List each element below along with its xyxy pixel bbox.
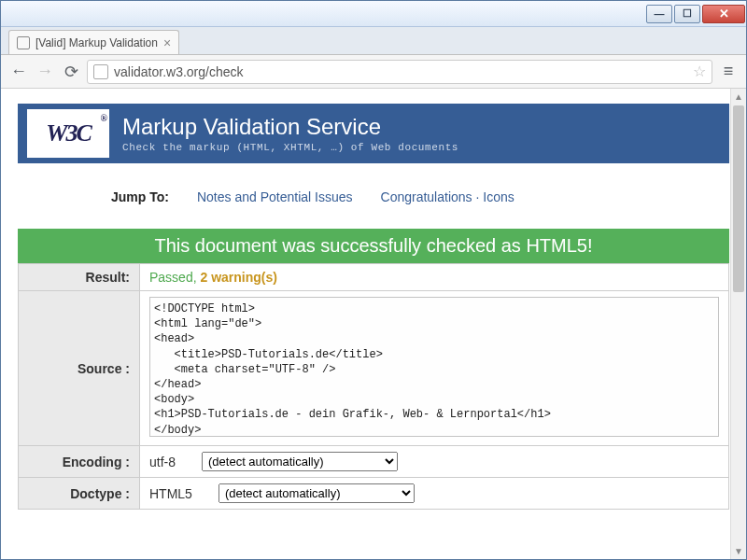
maximize-button[interactable]: ☐ (674, 5, 700, 23)
browser-tab[interactable]: [Valid] Markup Validation × (8, 30, 179, 54)
site-icon (93, 64, 108, 79)
scroll-up-icon[interactable]: ▲ (731, 89, 746, 105)
address-bar[interactable]: validator.w3.org/check ☆ (87, 60, 712, 84)
scroll-thumb[interactable] (733, 105, 744, 292)
jump-to-nav: Jump To: Notes and Potential Issues Cong… (18, 163, 729, 229)
result-row: Result: Passed, 2 warning(s) (19, 264, 729, 291)
source-textarea[interactable] (149, 297, 719, 437)
forward-button[interactable]: → (35, 62, 55, 82)
encoding-value: utf-8 (149, 455, 176, 469)
reload-button[interactable]: ⟳ (61, 62, 81, 82)
bookmark-icon[interactable]: ☆ (693, 63, 706, 80)
encoding-label: Encoding : (19, 446, 140, 478)
service-title: Markup Validation Service (122, 114, 458, 140)
source-row: Source : (19, 291, 729, 446)
doctype-select[interactable]: (detect automatically) (218, 483, 415, 503)
tab-title: [Valid] Markup Validation (35, 36, 158, 49)
source-label: Source : (19, 291, 140, 446)
encoding-select[interactable]: (detect automatically) (202, 452, 398, 471)
results-table: Result: Passed, 2 warning(s) Source : En… (18, 263, 729, 510)
doctype-label: Doctype : (19, 478, 140, 510)
result-label: Result: (19, 264, 140, 291)
back-button[interactable]: ← (8, 62, 29, 82)
jump-link-congrats[interactable]: Congratulations (381, 189, 472, 204)
url-text: validator.w3.org/check (114, 64, 244, 79)
jump-link-notes[interactable]: Notes and Potential Issues (197, 189, 353, 204)
tab-close-icon[interactable]: × (163, 35, 171, 50)
w3c-banner: W3C ® Markup Validation Service Check th… (18, 104, 729, 163)
jump-label: Jump To: (111, 189, 169, 204)
menu-button[interactable]: ≡ (718, 62, 739, 82)
page-content: W3C ® Markup Validation Service Check th… (1, 89, 746, 559)
result-value: Passed, 2 warning(s) (140, 264, 729, 291)
doctype-value: HTML5 (149, 486, 192, 501)
titlebar: ― ☐ ✕ (1, 1, 746, 27)
vertical-scrollbar[interactable]: ▲ ▼ (730, 89, 746, 559)
service-subtitle: Check the markup (HTML, XHTML, …) of Web… (122, 142, 458, 153)
minimize-button[interactable]: ― (646, 5, 672, 23)
success-banner: This document was successfully checked a… (18, 229, 729, 263)
w3c-logo: W3C ® (27, 109, 109, 158)
scroll-down-icon[interactable]: ▼ (731, 543, 746, 559)
browser-window: ― ☐ ✕ [Valid] Markup Validation × ← → ⟳ … (0, 0, 747, 560)
favicon (17, 36, 30, 49)
encoding-row: Encoding : utf-8 (detect automatically) (19, 446, 729, 478)
doctype-row: Doctype : HTML5 (detect automatically) (19, 478, 729, 510)
jump-link-icons[interactable]: Icons (483, 189, 514, 204)
toolbar: ← → ⟳ validator.w3.org/check ☆ ≡ (1, 55, 746, 89)
close-button[interactable]: ✕ (702, 5, 745, 23)
tab-strip: [Valid] Markup Validation × (1, 27, 746, 55)
